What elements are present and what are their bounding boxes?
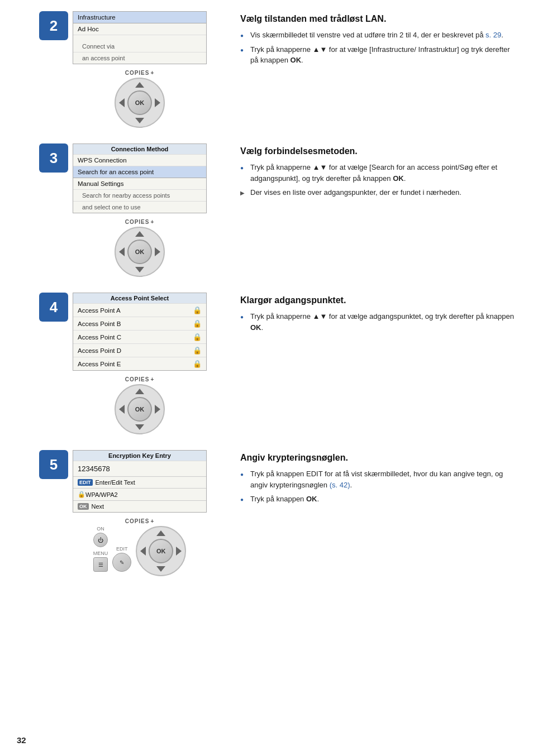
enter-edit-text: Enter/Edit Text	[96, 479, 135, 486]
copies-label-5: COPIES +	[125, 518, 155, 524]
step-4-screen-area: Access Point Select Access Point A🔒 Acce…	[56, 293, 223, 434]
step-3-bullets: Tryk på knapperne ▲▼ for at vælge [Searc…	[240, 162, 516, 198]
ok-text-4: OK	[250, 323, 261, 332]
step-4-title: Klargør adgangspunktet.	[240, 295, 516, 305]
step-5-ctrl-row: ON ⏻ MENU ☰ EDIT ✎	[93, 526, 187, 576]
ok-button-4[interactable]: OK	[127, 397, 152, 422]
lock-icon-b: 🔒	[193, 319, 202, 328]
lcd-search-sub2: and select one to use	[73, 202, 206, 213]
dpad-4[interactable]: OK	[115, 384, 165, 434]
dpad-right-icon-2	[155, 98, 160, 107]
step-3-right: Vælg forbindelsesmetoden. Tryk på knappe…	[240, 143, 516, 202]
step-4-bullet-1: Tryk på knapperne ▲▼ for at vælge adgang…	[240, 311, 516, 333]
step-3-controller: COPIES + OK	[56, 219, 223, 277]
step-2-controller: COPIES + OK	[56, 70, 223, 128]
step-3-bullet-1: Tryk på knapperne ▲▼ for at vælge [Searc…	[240, 162, 516, 184]
step-4-badge: 4	[39, 293, 68, 322]
lcd-enc-value: 12345678	[73, 461, 206, 477]
lcd-ap-b: Access Point B🔒	[73, 317, 206, 331]
dpad-left-icon-2	[119, 98, 125, 107]
lcd-row-spacer	[73, 35, 206, 41]
step-3-left: Connection Method WPS Connection Search …	[56, 143, 223, 277]
page-number: 32	[17, 735, 26, 745]
lock-icon-d: 🔒	[193, 346, 202, 355]
step-3-screen-area: Connection Method WPS Connection Search …	[56, 143, 223, 277]
step-2-bullet-1: Vis skærmbilledet til venstre ved at udf…	[240, 30, 516, 41]
step-4-controller: COPIES + OK	[56, 376, 223, 434]
step-5-left: Encryption Key Entry 12345678 EDIT Enter…	[56, 450, 223, 576]
lock-icon-e: 🔒	[193, 360, 202, 368]
step-4-wrapper: 4 Access Point Select Access Point A🔒 Ac…	[17, 293, 516, 434]
on-label: ON	[97, 526, 104, 532]
lcd-ap-e: Access Point E🔒	[73, 357, 206, 370]
step-2-wrapper: 2 Infrastructure Ad Hoc Connect via an a…	[17, 11, 516, 128]
lcd-row-adhoc: Ad Hoc	[73, 23, 206, 35]
step-3-badge: 3	[39, 143, 68, 173]
step-5-bullets: Tryk på knappen EDIT for at få vist skær…	[240, 468, 516, 505]
wpa-text: WPA/WPA2	[85, 491, 118, 498]
step-2-left: Infrastructure Ad Hoc Connect via an acc…	[56, 11, 223, 128]
step-3-screen: Connection Method WPS Connection Search …	[73, 143, 207, 213]
ok-button-2[interactable]: OK	[127, 90, 152, 115]
lcd-manual: Manual Settings	[73, 178, 206, 190]
step-4-right: Klargør adgangspunktet. Tryk på knappern…	[240, 293, 516, 336]
on-button-wrapper: ON ⏻	[93, 526, 108, 547]
lcd-row-connect2: an access point	[73, 52, 206, 64]
step-5-title: Angiv krypteringsnøglen.	[240, 453, 516, 463]
edit-label: EDIT	[116, 546, 128, 552]
page: 2 Infrastructure Ad Hoc Connect via an a…	[0, 0, 533, 756]
step-2-screen-area: Infrastructure Ad Hoc Connect via an acc…	[56, 11, 223, 128]
dpad-down-icon-3	[135, 267, 144, 272]
menu-button-wrapper: MENU ☰	[93, 551, 108, 572]
step-3-title: Vælg forbindelsesmetoden.	[240, 146, 516, 156]
edit-button-wrapper: EDIT ✎	[112, 546, 131, 576]
lcd-search-ap: Search for an access point	[73, 166, 206, 178]
dpad-2[interactable]: OK	[115, 78, 165, 128]
step-5-screen: Encryption Key Entry 12345678 EDIT Enter…	[73, 450, 207, 513]
dpad-left-icon-5	[140, 547, 146, 556]
dpad-down-icon-4	[135, 424, 144, 430]
dpad-right-icon-3	[155, 247, 160, 256]
step-4-bullets: Tryk på knapperne ▲▼ for at vælge adgang…	[240, 311, 516, 333]
dpad-up-icon-5	[156, 530, 165, 536]
dpad-5[interactable]: OK	[136, 526, 186, 576]
lcd-ap-a: Access Point A🔒	[73, 304, 206, 317]
dpad-left-icon-4	[119, 405, 125, 414]
dpad-down-icon-5	[156, 566, 165, 572]
lock-icon-a: 🔒	[193, 306, 202, 314]
step-5-bullet-2: Tryk på knappen OK.	[240, 494, 516, 505]
dpad-left-icon-3	[119, 247, 125, 256]
link-s42[interactable]: (s. 42)	[330, 481, 350, 489]
copies-label-3: COPIES +	[125, 219, 155, 225]
lcd-row-infrastructure: Infrastructure	[73, 12, 206, 23]
step-5-badge: 5	[39, 450, 68, 479]
dpad-up-icon-2	[135, 82, 144, 88]
on-button[interactable]: ⏻	[93, 533, 108, 547]
lcd-enc-header: Encryption Key Entry	[73, 451, 206, 461]
ok-text-5: OK	[306, 495, 317, 503]
step-2-right: Vælg tilstanden med trådløst LAN. Vis sk…	[240, 11, 516, 69]
lcd-ap-c: Access Point C🔒	[73, 331, 206, 344]
step-5-controller: COPIES + ON ⏻ MENU ☰	[56, 518, 223, 576]
step-2-bullet-2: Tryk på knapperne ▲▼ for at vælge [Infra…	[240, 44, 516, 66]
step-5-bullet-1: Tryk på knappen EDIT for at få vist skær…	[240, 468, 516, 490]
ok-button-3[interactable]: OK	[127, 240, 152, 264]
lock-icon-c: 🔒	[193, 333, 202, 341]
dpad-3[interactable]: OK	[115, 227, 165, 277]
dpad-right-icon-5	[176, 547, 182, 556]
step-3-bullet-2: Der vises en liste over adgangspunkter, …	[240, 187, 516, 198]
dpad-up-icon-4	[135, 389, 144, 394]
menu-button[interactable]: ☰	[93, 557, 108, 572]
next-text: Next	[92, 503, 104, 510]
ok-button-5[interactable]: OK	[149, 539, 173, 563]
lcd-wpa-row: 🔒 WPA/WPA2	[73, 489, 206, 501]
step-3-wrapper: 3 Connection Method WPS Connection Searc…	[17, 143, 516, 277]
lcd-ap-d: Access Point D🔒	[73, 344, 206, 357]
step-2-screen: Infrastructure Ad Hoc Connect via an acc…	[73, 11, 207, 64]
lcd-ok-row: OK Next	[73, 501, 206, 512]
dpad-up-icon-3	[135, 231, 144, 237]
lock-wpa-icon: 🔒	[78, 491, 85, 498]
lcd-wps: WPS Connection	[73, 155, 206, 166]
edit-button[interactable]: ✎	[112, 553, 131, 572]
link-s29[interactable]: s. 29	[486, 31, 501, 39]
